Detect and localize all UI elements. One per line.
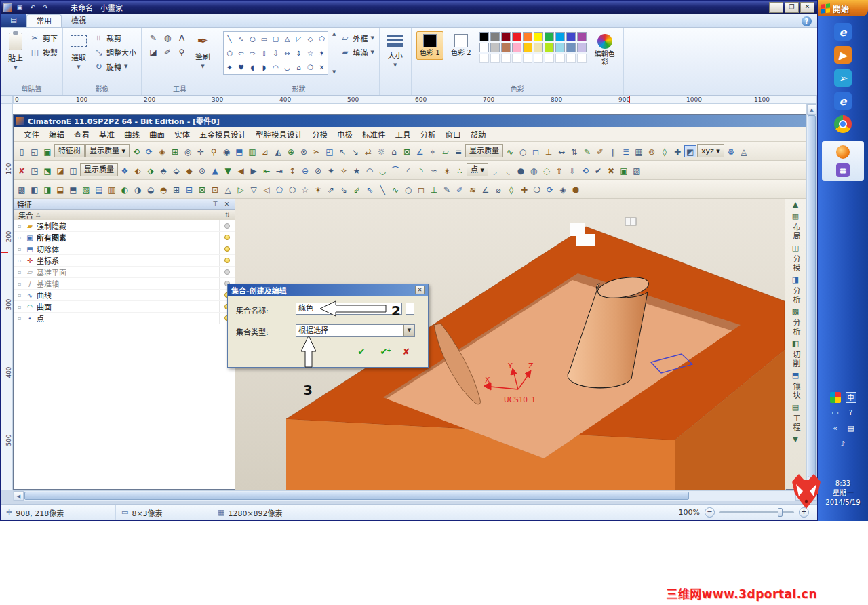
toolbar-icon[interactable]: ◡	[376, 164, 389, 176]
toolbar-icon[interactable]: ⊗	[298, 145, 310, 157]
right-toolbar-icon[interactable]: ▩	[790, 307, 801, 316]
tray-app-icon[interactable]: ▤	[846, 423, 856, 434]
palette-swatch[interactable]	[545, 32, 554, 41]
palette-swatch[interactable]	[555, 54, 565, 63]
toolbar-icon[interactable]: ⇘	[338, 183, 350, 195]
toolbar-icon[interactable]: ☆	[299, 183, 311, 195]
toolbar-icon[interactable]: ▱	[439, 145, 452, 157]
shape-icon[interactable]: ∿	[235, 32, 247, 46]
shape-icon[interactable]: ⇦	[235, 46, 247, 60]
select-button[interactable]: 選取▼	[68, 31, 90, 71]
toolbar-icon[interactable]: ⬖	[132, 164, 144, 176]
palette-swatch[interactable]	[577, 32, 587, 41]
dialog-cancel-button[interactable]: ✘	[400, 347, 412, 357]
shape-icon[interactable]: ⬠	[316, 32, 328, 46]
toolbar-button[interactable]: xyz ▾	[697, 144, 724, 157]
right-toolbar-icon[interactable]: ▼	[790, 435, 801, 444]
palette-swatch[interactable]	[577, 54, 587, 63]
toolbar-icon[interactable]: ⟳	[143, 145, 155, 157]
shape-icon[interactable]: ❍	[304, 60, 316, 75]
menu-item[interactable]: 五金模具设计	[195, 129, 251, 140]
toolbar-icon[interactable]: ◆	[183, 164, 195, 176]
fill-bucket-icon[interactable]: ◍	[161, 31, 174, 45]
shape-icon[interactable]: ✕	[316, 60, 328, 75]
toolbar-icon[interactable]: ⊞	[170, 183, 182, 195]
magnifier-icon[interactable]: ⚲	[175, 45, 189, 59]
toolbar-icon[interactable]: ❖	[119, 164, 131, 176]
toolbar-icon[interactable]: ⊖	[299, 164, 311, 176]
toolbar-icon[interactable]: ⟲	[579, 164, 591, 176]
right-toolbar-icon[interactable]: ◧	[790, 339, 801, 348]
toolbar-icon[interactable]: ⇄	[362, 145, 374, 157]
shapes-scroll-up-icon[interactable]: ▲	[332, 31, 336, 37]
toolbar-icon[interactable]: ◰	[323, 145, 336, 157]
toolbar-button[interactable]: 显示质量 ▾	[85, 144, 130, 157]
toolbar-icon[interactable]: ◞	[489, 164, 501, 176]
color2-button[interactable]: 色彩 2	[448, 31, 475, 60]
toolbar-button[interactable]: 显示质量	[465, 144, 503, 157]
right-toolbar-icon[interactable]: ▤	[790, 403, 801, 412]
right-toolbar-icon[interactable]: ◨	[790, 275, 801, 284]
collapse-icon[interactable]: «	[830, 423, 841, 434]
right-toolbar-label[interactable]: 镶块	[790, 383, 801, 400]
toolbar-icon[interactable]: ◝	[415, 164, 427, 176]
toolbar-icon[interactable]: ⬠	[273, 183, 285, 195]
toolbar-icon[interactable]: ◌	[540, 164, 553, 176]
palette-swatch[interactable]	[512, 54, 521, 63]
menu-item[interactable]: 电极	[332, 129, 357, 140]
toolbar-icon[interactable]: ≈	[428, 164, 440, 176]
palette-swatch[interactable]	[490, 32, 500, 41]
right-toolbar-icon[interactable]: ◫	[790, 243, 801, 252]
dialog-apply-button[interactable]: ✔+	[378, 347, 390, 357]
start-button[interactable]: 開始	[818, 0, 868, 16]
monitor-icon[interactable]: ▭	[830, 408, 841, 418]
toolbar-icon[interactable]: ▼	[222, 164, 234, 176]
toolbar-button[interactable]: 点 ▾	[467, 163, 488, 176]
toolbar-icon[interactable]: ≋	[467, 183, 479, 195]
toolbar-icon[interactable]: ▷	[235, 183, 247, 195]
zoom-slider-thumb[interactable]	[778, 508, 783, 517]
palette-swatch[interactable]	[534, 32, 543, 41]
shape-icon[interactable]: ▢	[270, 32, 281, 46]
toolbar-icon[interactable]: ▤	[93, 183, 105, 195]
toolbar-icon[interactable]: ⬔	[41, 164, 54, 176]
toolbar-icon[interactable]: ↖	[336, 145, 349, 157]
tab-home[interactable]: 常用	[26, 14, 62, 27]
toolbar-icon[interactable]: ∴	[454, 164, 466, 176]
chrome-icon[interactable]	[834, 115, 852, 133]
toolbar-button[interactable]: 显示质量	[80, 163, 118, 176]
help-tray-icon[interactable]: ?	[846, 408, 856, 418]
toolbar-icon[interactable]: ✘	[16, 164, 28, 176]
menu-item[interactable]: 基准	[94, 129, 119, 140]
toolbar-icon[interactable]: ✔	[592, 164, 604, 176]
color-picker-icon[interactable]: ✐	[161, 45, 174, 59]
shape-icon[interactable]: ▭	[258, 32, 270, 46]
toolbar-icon[interactable]: ◒	[144, 183, 157, 195]
toolbar-icon[interactable]: ⬒	[233, 145, 245, 157]
ie-icon-2[interactable]: e	[834, 92, 852, 110]
toolbar-icon[interactable]: ╲	[376, 183, 389, 195]
shape-icon[interactable]: △	[281, 32, 293, 46]
toolbar-icon[interactable]: ⇥	[273, 164, 285, 176]
palette-swatch[interactable]	[566, 32, 576, 41]
toolbar-icon[interactable]: ⬙	[170, 164, 182, 176]
help-icon[interactable]: ?	[802, 16, 812, 26]
brush-button[interactable]: ✒ 筆刷▼	[193, 31, 213, 71]
taskbar-clock[interactable]: 8:33 星期一 2014/5/19	[818, 479, 868, 507]
toolbar-icon[interactable]: ⌖	[427, 145, 439, 157]
toolbar-icon[interactable]: ∠	[479, 183, 492, 195]
toolbar-icon[interactable]: ⬓	[54, 183, 66, 195]
toolbar-icon[interactable]: ⬘	[157, 164, 170, 176]
tree-column-header[interactable]: 集合	[18, 210, 33, 220]
toolbar-icon[interactable]: ☼	[375, 145, 387, 157]
toolbar-icon[interactable]: ⇙	[351, 183, 363, 195]
palette-swatch[interactable]	[577, 43, 587, 52]
palette-swatch[interactable]	[523, 32, 532, 41]
shape-icon[interactable]: ◖	[247, 60, 258, 75]
toolbar-icon[interactable]: ●	[515, 164, 527, 176]
dialog-close-icon[interactable]: ✕	[415, 286, 425, 294]
menu-item[interactable]: 分模	[307, 129, 332, 140]
right-toolbar-label[interactable]: 分析	[790, 319, 801, 336]
menu-item[interactable]: 型腔模具设计	[251, 129, 307, 140]
right-toolbar-label[interactable]: 工程	[790, 414, 801, 432]
